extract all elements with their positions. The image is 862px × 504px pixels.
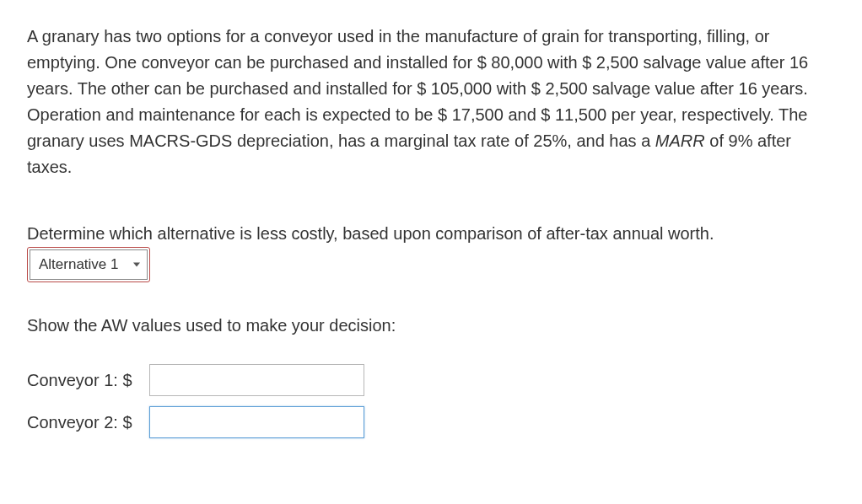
conveyor-1-label: Conveyor 1: $: [27, 367, 149, 394]
conveyor-2-label: Conveyor 2: $: [27, 410, 149, 436]
conveyor-1-row: Conveyor 1: $: [27, 364, 835, 396]
conveyor-1-input[interactable]: [149, 364, 364, 396]
question-row: Determine which alternative is less cost…: [27, 221, 835, 282]
instruction-text: Show the AW values used to make your dec…: [27, 313, 835, 339]
conveyor-2-input[interactable]: [149, 406, 364, 438]
conveyor-2-row: Conveyor 2: $: [27, 406, 835, 438]
question-prompt: Determine which alternative is less cost…: [27, 224, 714, 243]
chevron-down-icon: [133, 263, 140, 267]
alternative-select-value: Alternative 1: [39, 256, 119, 272]
problem-statement: A granary has two options for a conveyor…: [27, 24, 835, 180]
problem-marr-term: MARR: [655, 131, 705, 150]
alternative-select[interactable]: Alternative 1: [27, 247, 150, 282]
